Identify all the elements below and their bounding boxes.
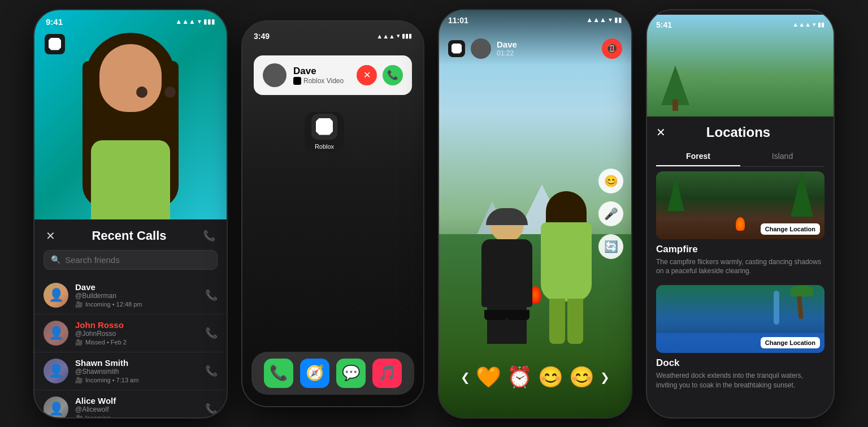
phone3-wifi: ▾ (609, 16, 612, 24)
rotate-control-btn[interactable]: 🔄 (598, 234, 623, 259)
call-phone-dave[interactable]: 📞 (205, 289, 218, 301)
caller-info: Dave Roblox Video (293, 66, 350, 85)
caller-sub: Roblox Video (293, 77, 350, 85)
video-icon-john: 🎥 (75, 339, 83, 346)
hero-tree-trunk-left (672, 100, 678, 111)
video-avatars (476, 191, 594, 344)
call-name-john: John Rosso (75, 320, 198, 330)
battery-icon-2: ▮▮▮ (402, 32, 412, 40)
avatar-face (99, 44, 162, 112)
video-call-bg: Dave 01:22 📵 ▲▲▲ ▾ ▮▮ 11:01 😊 🎤 🔄 ❮ 🧡 ⏰ … (439, 10, 631, 417)
call-controls-right: 😊 🎤 🔄 (598, 169, 623, 259)
campfire-image: Change Location (656, 171, 824, 239)
caller-name: Dave (293, 66, 350, 77)
add-call-button[interactable]: 📞 (203, 230, 215, 242)
phone2-time: 3:49 (254, 32, 270, 41)
roblox-icon-3 (452, 44, 462, 54)
hero-tree-left (658, 66, 692, 111)
wifi-icon-2: ▾ (397, 32, 400, 40)
call-handle-dave: @Builderman (75, 292, 198, 300)
call-notification: Dave Roblox Video ✕ 📞 (254, 55, 412, 95)
call-meta-dave: 🎥 Incoming • 12:48 pm (75, 301, 198, 308)
panel-header: ✕ Recent Calls 📞 (34, 219, 227, 250)
emoji-next[interactable]: ❯ (600, 370, 610, 384)
locations-title-bar: ✕ Locations (647, 117, 834, 143)
location-dock: Change Location Dock Weathered dock exte… (656, 285, 824, 390)
female-avatar-2 (538, 191, 594, 344)
male-hair (486, 208, 528, 225)
dock-image: Change Location (656, 285, 824, 353)
emoji-2[interactable]: ⏰ (507, 365, 532, 389)
roblox-app-inner (311, 114, 337, 140)
search-input[interactable] (65, 255, 210, 265)
avatar-female (74, 27, 187, 219)
call-phone-shawn[interactable]: 📞 (205, 365, 218, 377)
phone3-time: 11:01 (448, 16, 468, 25)
mic-control-btn[interactable]: 🎤 (598, 201, 623, 226)
campfire-tree-right (791, 171, 813, 217)
campfire-description: The campfire flickers warmly, casting da… (656, 257, 824, 277)
avatar-shawn: 👤 (44, 359, 68, 383)
call-time-john: Missed • Feb 2 (85, 339, 127, 346)
dock-change-button[interactable]: Change Location (761, 337, 820, 348)
video-icon-shawn: 🎥 (75, 377, 83, 384)
video-icon-alice: 🎥 (75, 415, 83, 417)
phone4-time: 5:41 (656, 20, 672, 29)
roblox-app-icon[interactable]: Roblox (305, 112, 344, 152)
close-button[interactable]: ✕ (46, 229, 55, 243)
call-handle-john: @JohnRosso (75, 330, 198, 338)
signal-icon-2: ▲▲▲ (376, 33, 395, 40)
call-actions: ✕ 📞 (357, 65, 403, 85)
avatar-alice: 👤 (44, 396, 68, 417)
phone-2: 3:49 ▲▲▲ ▾ ▮▮▮ Dave Roblox Video ✕ 📞 (242, 21, 423, 406)
roblox-logo-3 (448, 40, 465, 57)
call-item-alice[interactable]: 👤 Alice Wolf @Alicewolf 🎥 Incoming 📞 (34, 390, 227, 417)
campfire-change-button[interactable]: Change Location (761, 223, 820, 235)
dock-messages-icon[interactable]: 💬 (336, 359, 366, 388)
phone3-battery: ▮▮ (614, 16, 622, 24)
search-icon: 🔍 (51, 255, 60, 264)
dock-music-icon[interactable]: 🎵 (372, 359, 402, 388)
wifi-icon: ▾ (198, 18, 201, 25)
roblox-mini-icon (293, 77, 301, 85)
call-phone-john[interactable]: 📞 (205, 327, 218, 339)
roblox-logo[interactable] (45, 34, 65, 54)
accept-button[interactable]: 📞 (383, 65, 403, 85)
locations-close-button[interactable]: ✕ (656, 126, 666, 139)
emoji-1[interactable]: 🧡 (476, 365, 501, 389)
call-item-john[interactable]: 👤 John Rosso @JohnRosso 🎥 Missed • Feb 2… (34, 314, 227, 352)
call-name-shawn: Shawn Smith (75, 358, 198, 368)
emoji-prev[interactable]: ❮ (461, 370, 470, 384)
locations-hero: 5:41 ▲▲▲ ▾ ▮▮ (647, 15, 834, 117)
campfire-name: Campfire (656, 244, 824, 255)
emoji-control-btn[interactable]: 😊 (598, 169, 623, 193)
call-phone-alice[interactable]: 📞 (205, 403, 218, 415)
search-box[interactable]: 🔍 (44, 250, 218, 270)
male-avatar (476, 208, 538, 344)
emoji-3[interactable]: 😊 (538, 365, 563, 389)
dock-safari-icon[interactable]: 🧭 (300, 359, 329, 388)
call-time-shawn: Incoming • 7:13 am (85, 377, 138, 383)
tab-island[interactable]: Island (740, 147, 824, 166)
phone-1: 9:41 ▲▲▲ ▾ ▮▮▮ ✕ Recent (34, 10, 227, 417)
call-item-dave[interactable]: 👤 Dave @Builderman 🎥 Incoming • 12:48 pm… (34, 277, 227, 314)
waterfall (774, 291, 779, 325)
avatar-john: 👤 (44, 321, 68, 346)
call-info-shawn: Shawn Smith @Shawnsmith 🎥 Incoming • 7:1… (75, 358, 198, 384)
campfire-flame (736, 217, 745, 231)
call-item-shawn[interactable]: 👤 Shawn Smith @Shawnsmith 🎥 Incoming • 7… (34, 352, 227, 390)
male-shoe-right (507, 310, 530, 320)
recent-calls-panel: ✕ Recent Calls 📞 🔍 👤 Dave @Builderman 🎥 … (34, 219, 227, 417)
dock-phone-icon[interactable]: 📞 (264, 359, 293, 388)
end-call-button[interactable]: 📵 (602, 38, 622, 59)
status-icons: ▲▲▲ ▾ ▮▮▮ (175, 18, 215, 25)
status-time: 9:41 (46, 17, 63, 27)
palm-leaves (791, 285, 813, 296)
dock-description: Weathered dock extends into the tranquil… (656, 371, 824, 390)
emoji-4[interactable]: 😊 (569, 365, 594, 389)
call-name-dave: Dave (75, 282, 198, 292)
female-dress-lower-left (549, 299, 565, 344)
decline-button[interactable]: ✕ (357, 65, 377, 85)
locations-panel: ✕ Locations Forest Island (647, 117, 834, 417)
tab-forest[interactable]: Forest (656, 147, 740, 166)
